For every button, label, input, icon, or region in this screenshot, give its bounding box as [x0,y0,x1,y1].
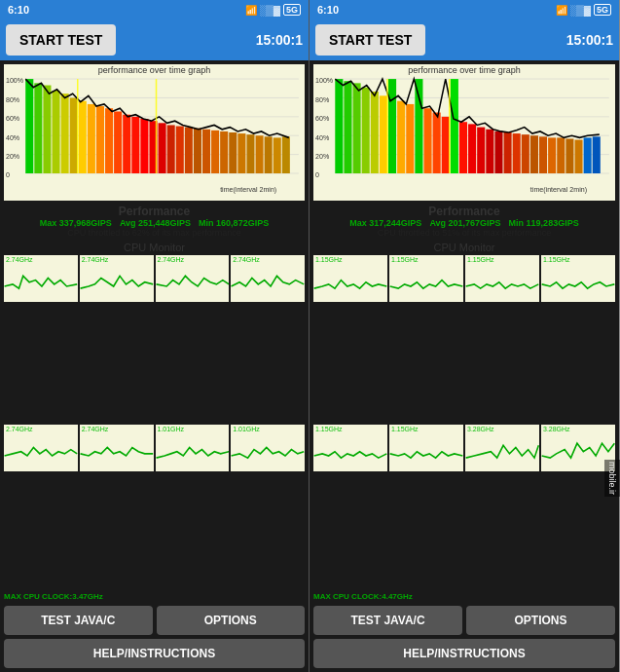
svg-rect-85 [584,137,592,173]
start-test-button-left[interactable]: START TEST [6,24,116,56]
stat-max-left: Max 337,968GIPS [40,218,112,228]
cpu-cell-r4: 1.15GHz [313,425,387,471]
svg-rect-14 [43,86,51,173]
svg-rect-20 [96,106,104,173]
svg-rect-75 [494,131,502,173]
cpu-label-r3: 1.15GHz [543,256,570,263]
cpu-cell-6: 1.01GHz [156,425,230,471]
cpu-label-0: 2.74GHz [6,256,33,263]
svg-rect-25 [140,119,148,173]
stat-min-left: Min 160,872GIPS [199,218,269,228]
perf-stats-left: Max 337,968GIPS Avg 251,448GIPS Min 160,… [4,218,305,228]
svg-rect-12 [25,79,33,173]
cpu-label-6: 1.01GHz [158,426,185,432]
btn-row-right: TEST JAVA/C OPTIONS [313,606,615,635]
test-java-button-left[interactable]: TEST JAVA/C [4,606,153,635]
stat-min-right: Min 119,283GIPS [509,218,579,228]
perf-section-left: Performance Max 337,968GIPS Avg 251,448G… [0,203,309,240]
svg-text:40%: 40% [315,132,330,141]
performance-graph-right: performance over time graph 100% 80% 60%… [313,64,615,201]
svg-rect-33 [211,131,219,173]
start-test-button-right[interactable]: START TEST [315,24,425,56]
svg-rect-21 [105,108,113,173]
time-left: 6:10 [8,4,29,16]
max-clock-right: MAX CPU CLOCK:4.47GHz [310,591,619,602]
cpu-label-1: 2.74GHz [82,256,109,263]
svg-rect-68 [433,113,441,173]
cpu-label-r7: 3.28GHz [543,426,570,432]
svg-rect-17 [70,97,78,173]
svg-rect-71 [459,122,467,173]
svg-rect-29 [176,127,184,173]
svg-rect-37 [246,134,254,173]
signal-icon: ░▒▓ [260,5,280,16]
svg-rect-23 [123,115,130,173]
svg-rect-67 [423,108,431,173]
svg-rect-80 [539,136,547,173]
phone-panel-left: 6:10 📶 ░▒▓ 5G START TEST 15:00:1 perform… [0,0,310,672]
svg-rect-35 [229,132,237,173]
svg-rect-13 [34,83,42,173]
toolbar-right: START TEST 15:00:1 [310,19,619,60]
perf-stats-right: Max 317,244GIPS Avg 201,767GIPS Min 119,… [313,218,615,228]
svg-rect-18 [79,101,87,173]
svg-text:20%: 20% [6,152,20,161]
svg-rect-61 [371,92,379,173]
cpu-cell-r3: 1.15GHz [541,255,615,302]
svg-rect-19 [88,104,95,173]
network-badge-left: 5G [283,4,301,16]
cpu-cell-r1: 1.15GHz [389,255,463,302]
cpu-label-r2: 1.15GHz [467,256,494,263]
cpu-cell-4: 2.74GHz [4,425,78,471]
svg-rect-38 [256,135,264,173]
svg-rect-69 [442,117,450,173]
status-icons-left: 📶 ░▒▓ 5G [245,4,301,16]
svg-text:100%: 100% [315,76,334,85]
svg-rect-72 [468,124,476,173]
help-button-left[interactable]: HELP/INSTRUCTIONS [4,639,305,668]
cpu-grid-right: 1.15GHz 1.15GHz 1.15GHz 1.15GHz 1.15GHz … [310,255,619,591]
svg-rect-74 [486,130,493,173]
throttle-right: CPU throttled to 51% of its max performa… [313,228,615,238]
test-java-button-right[interactable]: TEST JAVA/C [313,606,462,635]
svg-rect-70 [451,79,458,173]
cpu-label-3: 2.74GHz [233,256,260,263]
bottom-buttons-left: TEST JAVA/C OPTIONS HELP/INSTRUCTIONS [0,602,309,672]
svg-rect-32 [202,130,210,173]
cpu-label-r0: 1.15GHz [315,256,343,263]
options-button-right[interactable]: OPTIONS [466,606,615,635]
status-bar-right: 6:10 📶 ░▒▓ 5G [310,0,619,19]
cpu-cell-7: 1.01GHz [231,425,305,471]
svg-rect-36 [237,133,245,173]
svg-text:time(interval 2min): time(interval 2min) [220,185,276,194]
time-right: 6:10 [317,4,339,16]
svg-text:100%: 100% [6,76,24,85]
wifi-icon-right: 📶 [556,5,567,16]
cpu-label-r4: 1.15GHz [315,426,343,432]
help-button-right[interactable]: HELP/INSTRUCTIONS [313,639,615,668]
svg-rect-28 [167,125,175,173]
timer-left: 15:00:1 [256,32,303,48]
status-bar-left: 6:10 📶 ░▒▓ 5G [0,0,309,19]
svg-rect-39 [265,136,273,173]
perf-title-right: Performance [313,205,615,218]
svg-rect-57 [335,79,343,173]
svg-text:0: 0 [315,170,319,179]
cpu-label-2: 2.74GHz [158,256,185,263]
stat-avg-left: Avg 251,448GIPS [120,218,191,228]
svg-text:40%: 40% [6,132,20,141]
svg-text:60%: 60% [315,114,330,123]
bottom-buttons-right: TEST JAVA/C OPTIONS HELP/INSTRUCTIONS [310,602,619,672]
graph-title-right: performance over time graph [313,65,615,75]
svg-text:0: 0 [6,170,10,179]
svg-rect-86 [593,136,601,173]
svg-text:80%: 80% [315,95,330,104]
svg-rect-64 [397,101,405,173]
perf-section-right: Performance Max 317,244GIPS Avg 201,767G… [310,203,619,240]
svg-rect-15 [52,91,59,173]
options-button-left[interactable]: OPTIONS [157,606,306,635]
svg-text:time(interval 2min): time(interval 2min) [530,185,587,194]
svg-rect-41 [282,136,290,173]
svg-rect-58 [344,81,351,173]
wifi-icon: 📶 [245,5,257,16]
